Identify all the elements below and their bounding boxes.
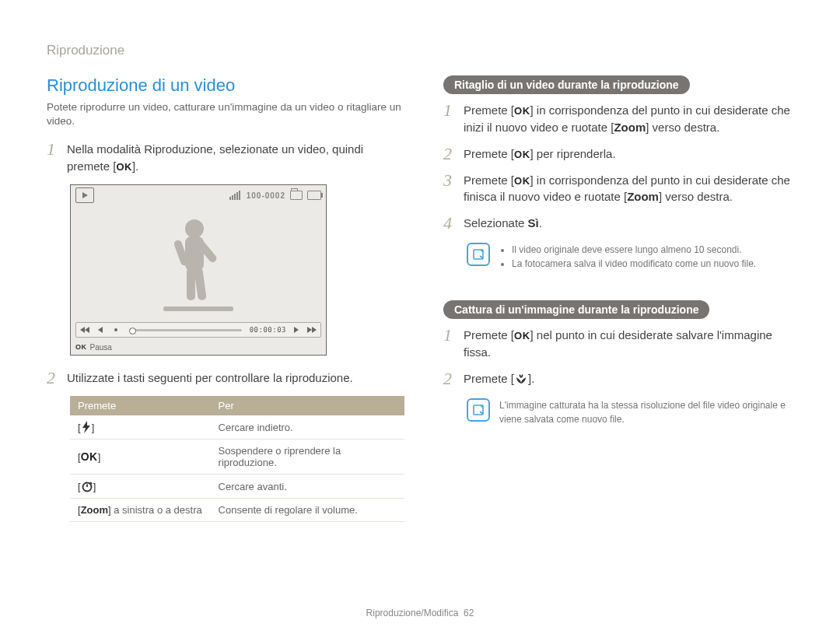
trim-step-4: 4 Selezionate Sì. [443, 215, 793, 232]
step-text: Selezionate Sì. [464, 215, 542, 232]
ffwd-icon [306, 324, 317, 335]
player-bar: 00:00:03 [75, 322, 321, 338]
table-row: [Zoom] [Zoom] a sinistra o a destraa sin… [70, 499, 404, 522]
ok-icon: OK [514, 330, 530, 342]
page-number: 62 [464, 608, 474, 618]
breadcrumb: Riproduzione [47, 43, 793, 58]
step-number: 2 [47, 370, 59, 387]
trim-step-1: 1 Premete [OK] in corrispondenza del pun… [443, 102, 793, 136]
play-mode-icon [75, 187, 94, 203]
ok-icon: OK [514, 175, 530, 187]
step-text: Premete [OK] in corrispondenza del punto… [464, 102, 793, 136]
step-number: 1 [443, 327, 456, 361]
timer-icon [81, 480, 93, 492]
table-row: [OK] Sospendere o riprendere la riproduz… [70, 440, 404, 475]
ok-key: [OK] [78, 450, 100, 463]
col-header: Per [211, 396, 404, 415]
screen-top-right: 100-0002 [229, 191, 321, 200]
screen-bottom: OK Pausa [71, 339, 326, 355]
step-1: 1 Nella modalità Riproduzione, seleziona… [47, 141, 404, 175]
capture-step-2: 2 Premete []. [443, 370, 793, 387]
table-row: [] Cercare avanti. [70, 475, 404, 499]
step-text: Premete [OK] nel punto in cui desiderate… [464, 327, 793, 361]
ok-icon: OK [75, 343, 87, 351]
svg-rect-6 [163, 306, 233, 311]
note-box: Il video originale deve essere lungo alm… [467, 243, 793, 271]
ok-icon: OK [81, 450, 98, 463]
trim-heading-pill: Ritaglio di un video durante la riproduz… [443, 75, 690, 94]
section-heading: Riproduzione di un video [47, 75, 404, 96]
person-silhouette [163, 215, 233, 319]
note-item: Il video originale deve essere lungo alm… [512, 243, 756, 257]
text: ]. [132, 159, 138, 173]
step-number: 2 [443, 145, 456, 163]
macro-icon [514, 373, 528, 384]
flash-key: [] [78, 421, 94, 433]
step-number: 1 [443, 102, 456, 136]
svg-marker-7 [82, 421, 90, 433]
left-column: Riproduzione di un video Potete riprodur… [47, 75, 404, 522]
col-header: Premete [70, 396, 211, 415]
section-intro: Potete riprodurre un video, catturare un… [47, 100, 404, 128]
timer-key: [] [78, 480, 96, 492]
right-column: Ritaglio di un video durante la riproduz… [443, 75, 793, 522]
footer-section: Riproduzione/Modifica [366, 608, 459, 618]
note-text: L'immagine catturata ha la stessa risolu… [499, 398, 793, 426]
svg-point-0 [185, 219, 204, 238]
step-number: 2 [443, 370, 456, 387]
pause-label: Pausa [90, 343, 112, 352]
step-text: Utilizzate i tasti seguenti per controll… [67, 370, 353, 387]
table-row: [] Cercare indietro. [70, 415, 404, 440]
step-text: Premete [OK] in corrispondenza del punto… [464, 172, 793, 206]
page-footer: Riproduzione/Modifica 62 [0, 608, 840, 618]
trim-step-3: 3 Premete [OK] in corrispondenza del pun… [443, 172, 793, 206]
cell-desc: Consente di regolare il volume. [211, 499, 404, 522]
elapsed-time: 00:00:03 [250, 326, 286, 334]
step-number: 1 [47, 141, 59, 175]
current-icon [110, 324, 121, 335]
ok-icon: OK [116, 161, 132, 173]
text: Nella modalità Riproduzione, selezionate… [67, 142, 363, 173]
step-number: 4 [443, 215, 456, 232]
capture-heading-pill: Cattura di un'immagine durante la riprod… [443, 300, 709, 319]
file-counter: 100-0002 [247, 191, 285, 200]
step-2: 2 Utilizzate i tasti seguenti per contro… [47, 370, 404, 387]
controls-table: Premete Per [] Cercare indietro. [OK] So… [70, 396, 404, 522]
step-number: 3 [443, 172, 456, 206]
cell-desc: Sospendere o riprendere la riproduzione. [211, 440, 404, 475]
capture-step-1: 1 Premete [OK] nel punto in cui desidera… [443, 327, 793, 361]
note-icon [467, 398, 490, 422]
ok-icon: OK [514, 105, 530, 117]
folder-icon [290, 191, 303, 200]
progress-bar [129, 329, 242, 331]
step-text: Premete []. [464, 370, 534, 387]
battery-icon [307, 191, 321, 200]
cell-desc: Cercare avanti. [211, 475, 404, 499]
flash-icon [81, 421, 92, 433]
note-text: Il video originale deve essere lungo alm… [499, 243, 756, 271]
zoom-key: [Zoom] [Zoom] a sinistra o a destraa sin… [70, 499, 211, 522]
trim-step-2: 2 Premete [OK] per riprenderla. [443, 145, 793, 163]
rewind-icon [79, 324, 90, 335]
svg-rect-5 [194, 267, 207, 300]
screen-topbar: 100-0002 [71, 185, 326, 205]
ok-icon: OK [514, 149, 530, 160]
cell-desc: Cercare indietro. [211, 415, 404, 440]
volume-icon [229, 191, 240, 200]
video-screen-mock: 100-0002 00:00:03 OK Pausa [70, 184, 327, 356]
svg-rect-4 [187, 268, 195, 300]
note-box: L'immagine catturata ha la stessa risolu… [467, 398, 793, 426]
note-item: La fotocamera salva il video modificato … [512, 257, 756, 271]
step-text: Nella modalità Riproduzione, selezionate… [67, 141, 404, 175]
next-icon [291, 324, 302, 335]
note-icon [467, 243, 490, 266]
step-text: Premete [OK] per riprenderla. [464, 145, 616, 163]
prev-icon [95, 324, 106, 335]
